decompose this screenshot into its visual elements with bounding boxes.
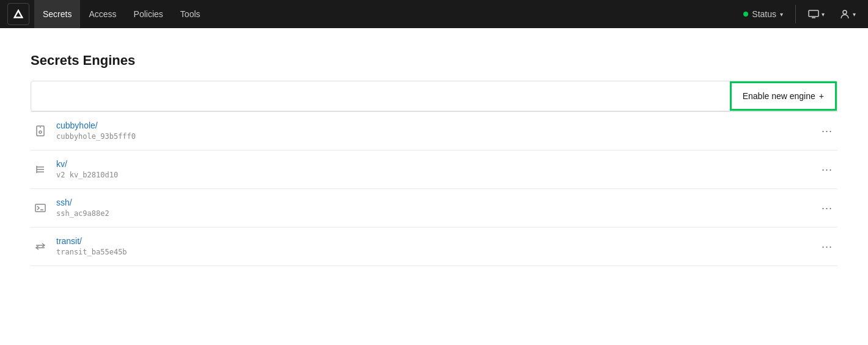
navbar: Secrets Access Policies Tools Status ▾ ▾…	[0, 0, 868, 28]
transit-desc: transit_ba55e45b	[56, 248, 127, 256]
kv-desc: v2 kv_b2810d10	[56, 171, 118, 179]
status-label: Status	[752, 9, 776, 19]
svg-point-6	[39, 131, 42, 133]
cubbyhole-icon	[31, 125, 50, 136]
table-row[interactable]: kv/ v2 kv_b2810d10 ···	[31, 150, 837, 189]
ssh-link[interactable]: ssh/	[56, 198, 817, 207]
table-row[interactable]: cubbyhole/ cubbyhole_93b5fff0 ···	[31, 112, 837, 150]
table-row[interactable]: ssh/ ssh_ac9a88e2 ···	[31, 189, 837, 228]
kv-menu[interactable]: ···	[817, 161, 837, 179]
transit-link[interactable]: transit/	[56, 236, 817, 246]
engines-list: cubbyhole/ cubbyhole_93b5fff0 ··· kv/ v2…	[31, 111, 837, 266]
enable-engine-icon: +	[819, 91, 824, 101]
cubbyhole-desc: cubbyhole_93b5fff0	[56, 132, 136, 141]
user-button[interactable]: ▾	[834, 6, 861, 22]
ssh-menu[interactable]: ···	[817, 199, 837, 217]
screen-button[interactable]: ▾	[803, 7, 829, 21]
transit-icon	[31, 242, 50, 251]
ssh-desc: ssh_ac9a88e2	[56, 209, 109, 218]
svg-rect-12	[35, 204, 45, 212]
nav-tools[interactable]: Tools	[172, 0, 209, 28]
kv-link[interactable]: kv/	[56, 159, 817, 169]
toolbar: Enable new engine +	[31, 81, 837, 111]
nav-access[interactable]: Access	[80, 0, 125, 28]
kv-icon	[31, 165, 50, 174]
svg-point-4	[843, 10, 847, 14]
ssh-info: ssh/ ssh_ac9a88e2	[56, 198, 817, 218]
cubbyhole-menu[interactable]: ···	[817, 122, 837, 140]
transit-menu[interactable]: ···	[817, 238, 837, 256]
kv-info: kv/ v2 kv_b2810d10	[56, 159, 817, 180]
nav-secrets[interactable]: Secrets	[34, 0, 80, 28]
svg-rect-2	[809, 10, 818, 17]
nav-divider	[795, 5, 796, 23]
screen-chevron-icon: ▾	[822, 11, 825, 18]
status-chevron-icon: ▾	[780, 11, 783, 18]
search-input[interactable]	[31, 83, 730, 109]
ssh-icon	[31, 204, 50, 212]
enable-engine-button[interactable]: Enable new engine +	[730, 81, 837, 111]
transit-info: transit/ transit_ba55e45b	[56, 236, 817, 257]
status-button[interactable]: Status ▾	[738, 7, 788, 21]
vault-logo[interactable]	[7, 3, 29, 25]
user-chevron-icon: ▾	[853, 11, 856, 18]
nav-policies[interactable]: Policies	[125, 0, 172, 28]
status-indicator	[743, 12, 748, 17]
table-row[interactable]: transit/ transit_ba55e45b ···	[31, 228, 837, 266]
page-title: Secrets Engines	[31, 53, 837, 69]
enable-engine-label: Enable new engine	[743, 91, 815, 101]
cubbyhole-info: cubbyhole/ cubbyhole_93b5fff0	[56, 121, 817, 141]
nav-right: Status ▾ ▾ ▾	[738, 5, 861, 23]
cubbyhole-link[interactable]: cubbyhole/	[56, 121, 817, 130]
main-content: Secrets Engines Enable new engine + cubb…	[0, 28, 868, 291]
